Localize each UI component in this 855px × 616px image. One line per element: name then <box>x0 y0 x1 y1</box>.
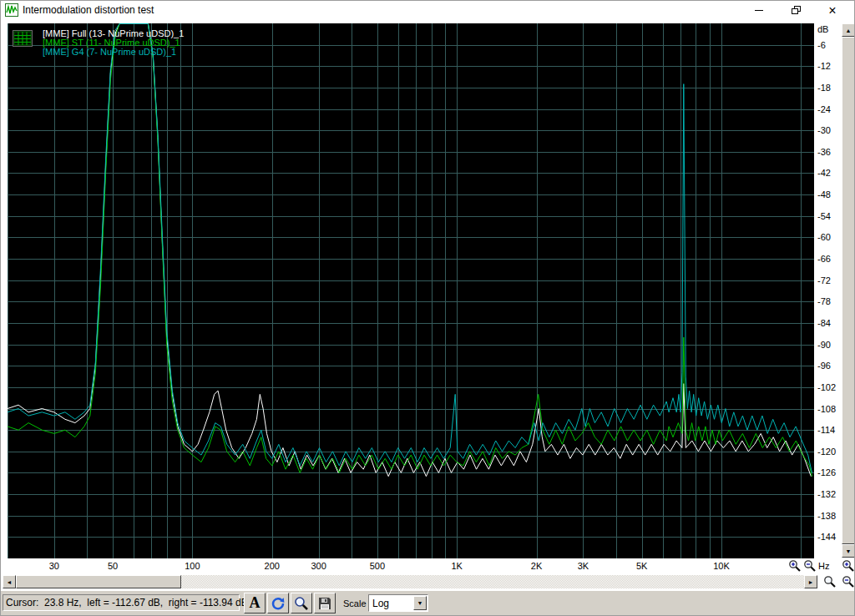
db-axis: dB-6-12-18-24-30-36-42-48-54-60-66-72-78… <box>816 23 841 558</box>
freq-tick-label: 30 <box>49 561 59 571</box>
scroll-left-button[interactable]: ◄ <box>3 575 16 588</box>
freq-tick-label: 100 <box>185 561 200 571</box>
db-tick-label: -84 <box>817 318 831 328</box>
spectrum-plot[interactable] <box>8 23 814 558</box>
refresh-icon <box>271 596 286 611</box>
horizontal-scrollbar[interactable]: ◄ ► <box>3 575 817 588</box>
minimize-button[interactable] <box>741 1 777 20</box>
legend-entry-g4[interactable]: [MME] G4 (7- NuPrime uDSD)_1 <box>43 48 184 57</box>
freq-tick-label: 10K <box>713 561 730 571</box>
vertical-scrollbar-thumb[interactable] <box>842 37 855 544</box>
font-button[interactable]: A <box>244 593 266 613</box>
db-tick-label: -102 <box>817 382 836 392</box>
app-window: Intermodulation distortion test × [MME] … <box>0 0 855 616</box>
grid-toggle-button[interactable] <box>13 30 33 47</box>
db-tick-label: -48 <box>817 189 831 199</box>
horizontal-scrollbar-thumb[interactable] <box>16 575 181 588</box>
db-tick-label: -12 <box>817 61 831 71</box>
save-button[interactable] <box>314 593 336 613</box>
legend: [MME] Full (13- NuPrime uDSD)_1 [MME] ST… <box>43 29 184 57</box>
arrow-left-icon: ◄ <box>7 579 13 585</box>
spectrum-trace <box>8 24 811 477</box>
arrow-right-icon: ► <box>808 579 814 585</box>
db-tick-label: -66 <box>817 254 831 264</box>
db-tick-label: -78 <box>817 296 831 306</box>
cursor-readout: Cursor: 23.8 Hz, left = -112.67 dB, righ… <box>3 594 240 611</box>
zoom-in-icon <box>842 559 855 573</box>
scale-dropdown[interactable]: Log ▼ <box>368 594 428 612</box>
db-tick-label: -72 <box>817 275 831 285</box>
scroll-down-button[interactable]: ▼ <box>842 544 855 558</box>
db-tick-label: -120 <box>817 447 836 457</box>
freq-tick-label: 2K <box>531 561 542 571</box>
db-tick-label: -144 <box>817 532 836 542</box>
db-tick-label: -36 <box>817 147 831 157</box>
minimize-icon <box>755 10 763 11</box>
db-tick-label: -60 <box>817 232 831 242</box>
db-tick-label: -96 <box>817 361 831 371</box>
chevron-down-icon: ▼ <box>417 600 423 606</box>
refresh-button[interactable] <box>267 593 289 613</box>
arrow-down-icon: ▼ <box>846 548 852 554</box>
zoom-out-icon <box>842 575 855 588</box>
db-tick-label: -24 <box>817 104 831 114</box>
freq-tick-label: 200 <box>265 561 280 571</box>
db-tick-label: -108 <box>817 404 836 414</box>
close-icon: × <box>828 4 836 18</box>
font-icon: A <box>250 594 261 612</box>
freq-tick-label: 3K <box>578 561 589 571</box>
app-icon <box>5 3 18 17</box>
dropdown-button[interactable]: ▼ <box>413 596 427 610</box>
zoom-tool-button[interactable] <box>291 593 312 613</box>
zoom-out-horizontal-button[interactable] <box>802 559 817 573</box>
hz-unit-label: Hz <box>818 561 829 571</box>
zoom-out-vertical-button[interactable] <box>841 575 855 589</box>
zoom-out-icon <box>803 559 817 573</box>
vertical-scrollbar[interactable]: ▲ ▼ <box>842 23 855 558</box>
save-icon <box>318 597 331 610</box>
zoom-full-button[interactable] <box>822 575 837 589</box>
status-bar: Cursor: 23.8 Hz, left = -112.67 dB, righ… <box>1 590 854 616</box>
freq-tick-label: 1K <box>452 561 463 571</box>
spectrum-trace <box>8 24 812 473</box>
scale-dropdown-value: Log <box>372 598 389 609</box>
db-tick-label: -18 <box>817 83 831 93</box>
grid-icon <box>13 31 32 46</box>
db-tick-label: -90 <box>817 340 831 350</box>
zoom-in-horizontal-button[interactable] <box>787 559 802 573</box>
db-tick-label: -42 <box>817 168 831 178</box>
close-button[interactable]: × <box>814 1 851 20</box>
scale-label: Scale <box>343 598 367 608</box>
arrow-up-icon: ▲ <box>846 28 852 33</box>
db-tick-label: -30 <box>817 125 831 135</box>
zoom-full-icon <box>823 575 837 588</box>
freq-tick-label: 300 <box>311 561 326 571</box>
scroll-right-button[interactable]: ► <box>804 575 817 588</box>
db-tick-label: -138 <box>817 511 836 521</box>
db-tick-label: -126 <box>817 467 836 477</box>
restore-button[interactable] <box>777 1 814 20</box>
plot-area: [MME] Full (13- NuPrime uDSD)_1 [MME] ST… <box>8 23 814 558</box>
freq-tick-label: 5K <box>636 561 647 571</box>
db-tick-label: -54 <box>817 211 831 221</box>
window-title: Intermodulation distortion test <box>23 4 154 16</box>
title-bar[interactable]: Intermodulation distortion test × <box>1 1 854 20</box>
scroll-up-button[interactable]: ▲ <box>842 23 855 37</box>
zoom-in-vertical-button[interactable] <box>841 559 855 573</box>
frequency-axis: Hz 30501002003005001K2K3K5K10K <box>1 558 841 574</box>
freq-tick-label: 50 <box>108 561 118 571</box>
db-tick-label: -6 <box>817 40 826 50</box>
magnifier-icon <box>294 596 309 611</box>
freq-tick-label: 500 <box>370 561 385 571</box>
db-unit-label: dB <box>817 24 828 34</box>
db-tick-label: -132 <box>817 489 836 499</box>
zoom-in-icon <box>788 559 802 573</box>
restore-icon <box>792 6 801 15</box>
db-tick-label: -114 <box>817 425 835 435</box>
